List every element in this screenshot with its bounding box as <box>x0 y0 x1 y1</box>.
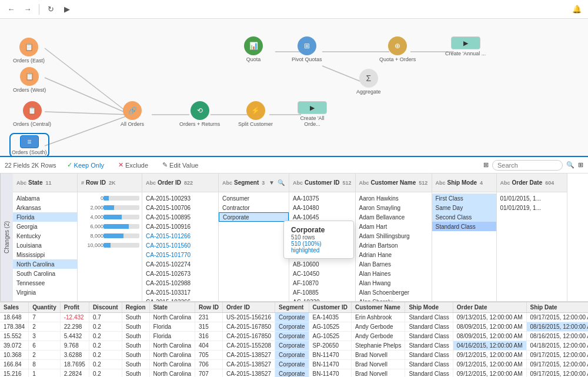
node-orders-south[interactable]: ≡ Orders (South) <box>11 134 48 156</box>
list-item[interactable]: CA-2015-103317 <box>142 288 218 297</box>
header-row: Sales Quantity Profit Discount Region St… <box>0 302 588 313</box>
th-segment: Segment <box>275 302 309 313</box>
list-item[interactable]: Alan Shorely <box>356 297 432 301</box>
list-item[interactable]: Arkansas <box>13 203 77 212</box>
list-item[interactable]: CA-2015-100706 <box>142 203 218 212</box>
list-item[interactable]: Same Day <box>432 203 496 212</box>
svg-line-2 <box>45 112 131 115</box>
list-item[interactable]: Adam Hart <box>356 222 432 231</box>
table-cell: Corporate <box>275 322 309 332</box>
node-create-all[interactable]: ▶ Create 'All Orde... <box>292 101 333 127</box>
list-item[interactable]: Second Class <box>432 212 496 222</box>
list-item[interactable]: Aaron Hawkins <box>356 193 432 203</box>
edit-value-button[interactable]: ✎ Edit Value <box>159 160 202 170</box>
filter-icon[interactable]: ▼ <box>268 179 276 187</box>
list-item[interactable]: CA-2015-100293 <box>142 193 218 203</box>
node-quota[interactable]: 📊 Quota <box>244 36 263 62</box>
back-button[interactable]: ← <box>5 3 18 16</box>
list-item[interactable]: Consumer <box>219 193 289 203</box>
list-item[interactable]: Virginia <box>13 288 77 297</box>
list-item[interactable]: Standard Class <box>432 222 496 231</box>
table-row[interactable]: 15.55235.44320.2SouthFlorida316CA-2015-1… <box>0 332 588 341</box>
list-item[interactable]: CA-2015-101560 <box>142 241 218 250</box>
list-item[interactable]: Alan Hwang <box>356 278 432 288</box>
notification-button[interactable]: 🔔 <box>570 3 583 16</box>
play-button[interactable]: ▶ <box>61 3 74 16</box>
node-quota-orders[interactable]: ⊕ Quota + Orders <box>379 36 416 62</box>
list-item[interactable]: 01/01/2019, 1... <box>497 203 567 212</box>
search-input[interactable] <box>492 160 563 171</box>
node-all-orders[interactable]: 🔗 All Orders <box>121 101 144 127</box>
node-orders-central[interactable]: 📋 Orders (Central) <box>13 101 51 127</box>
table-row[interactable]: 166.84818.76950.2SouthNorth Carolina706C… <box>0 360 588 369</box>
list-item[interactable]: AC-10450 <box>289 269 355 278</box>
node-pivot-quotas[interactable]: ⊞ Pivot Quotas <box>292 36 322 62</box>
table-row[interactable]: 10.36823.62880.2SouthNorth Carolina705CA… <box>0 351 588 360</box>
list-item[interactable]: South Carolina <box>13 269 77 278</box>
orderid-column: Abc Order ID 822 CA-2015-100293 CA-2015-… <box>142 174 219 301</box>
list-item[interactable]: Mississippi <box>13 250 77 259</box>
table-row[interactable]: 39.07269.7680.2SouthNorth Carolina404CA-… <box>0 341 588 351</box>
list-item[interactable]: Adam Shillingsburg <box>356 231 432 241</box>
list-item[interactable]: Alan Barnes <box>356 259 432 269</box>
table-cell: BN-11470 <box>309 369 351 378</box>
list-item[interactable]: AF-10870 <box>289 278 355 288</box>
bar-item: 4,000 <box>78 212 142 222</box>
data-grid-area: Changes (2) Abc State 11 Alabama Arkansa… <box>0 174 588 302</box>
shipmode-col-header: Abc Ship Mode 4 <box>432 174 496 192</box>
search-col-icon[interactable]: 🔍 <box>277 179 285 187</box>
list-item[interactable]: CA-2015-102274 <box>142 259 218 269</box>
list-item[interactable]: Alan Schoenberger <box>356 288 432 297</box>
exclude-button[interactable]: ✕ Exclude <box>115 160 152 170</box>
list-item[interactable]: CA-2015-101266 <box>142 231 218 241</box>
node-orders-west[interactable]: 📋 Orders (West) <box>13 67 46 93</box>
table-cell: 39.072 <box>0 341 29 351</box>
table-row[interactable]: 15.21612.28240.2SouthNorth Carolina707CA… <box>0 369 588 378</box>
list-item[interactable]: 01/01/2015, 1... <box>497 193 567 203</box>
list-item[interactable]: AA-10480 <box>289 203 355 212</box>
table-cell: South <box>122 313 149 322</box>
list-item[interactable]: AG-10330 <box>289 297 355 301</box>
table-cell: AG-10525 <box>309 332 351 341</box>
list-item[interactable]: Corporate <box>219 212 289 222</box>
table-cell: 705 <box>195 351 223 360</box>
node-create-annual[interactable]: ▶ Create 'Annual ... <box>445 36 486 56</box>
list-item[interactable]: First Class <box>432 193 496 203</box>
list-item[interactable]: Adrian Hane <box>356 250 432 259</box>
list-item[interactable]: AB-10600 <box>289 259 355 269</box>
list-item[interactable]: Contractor <box>219 203 289 212</box>
list-item[interactable]: CA-2015-101770 <box>142 250 218 259</box>
list-item[interactable]: Louisiana <box>13 241 77 250</box>
table-row[interactable]: 178.384222.2980.2SouthFlorida315CA-2015-… <box>0 322 588 332</box>
node-orders-east[interactable]: 📋 Orders (East) <box>13 38 45 64</box>
node-aggregate[interactable]: Σ Aggregate <box>356 69 381 95</box>
list-item[interactable]: CA-2015-102988 <box>142 278 218 288</box>
table-row[interactable]: 18.6487-12.4320.7SouthNorth Carolina231U… <box>0 313 588 322</box>
customername-column: Abc Customer Name 512 Aaron Hawkins Aaro… <box>356 174 432 301</box>
list-item[interactable]: Alabama <box>13 193 77 203</box>
list-item[interactable]: CA-2015-100895 <box>142 212 218 222</box>
refresh-button[interactable]: ↻ <box>44 3 57 16</box>
list-item[interactable]: Adam Bellavance <box>356 212 432 222</box>
list-item[interactable]: AA-10375 <box>289 193 355 203</box>
forward-button[interactable]: → <box>21 3 34 16</box>
table-cell: 09/17/2015, 12:00:00 AM <box>526 313 588 322</box>
list-item[interactable]: Tennessee <box>13 278 77 288</box>
node-orders-returns[interactable]: ⟲ Orders + Returns <box>179 101 220 127</box>
list-item[interactable]: Adrian Bartson <box>356 241 432 250</box>
keep-only-button[interactable]: ✓ Keep Only <box>64 160 108 170</box>
list-item[interactable]: AF-10885 <box>289 288 355 297</box>
list-item[interactable]: Kentucky <box>13 231 77 241</box>
list-item[interactable]: CA-2015-100916 <box>142 222 218 231</box>
table-cell: Florida <box>149 322 195 332</box>
list-item[interactable]: Georgia <box>13 222 77 231</box>
list-item[interactable]: Aaron Smayling <box>356 203 432 212</box>
table-cell: Corporate <box>275 351 309 360</box>
list-item[interactable]: Florida <box>13 212 77 222</box>
list-item[interactable]: CA-2015-102673 <box>142 269 218 278</box>
node-split-customer[interactable]: ⚡ Split Customer <box>238 101 273 127</box>
list-item[interactable]: CA-2015-103366 <box>142 297 218 301</box>
table-cell: Corporate <box>275 313 309 322</box>
list-item[interactable]: North Carolina <box>13 259 77 269</box>
list-item[interactable]: Alan Haines <box>356 269 432 278</box>
